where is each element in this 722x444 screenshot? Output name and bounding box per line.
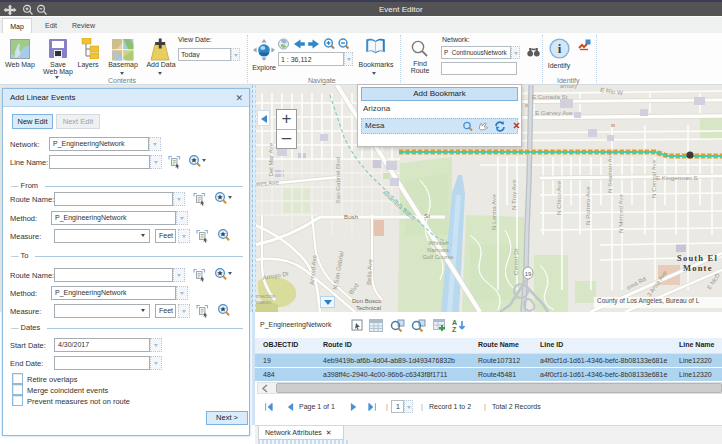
svg-text:N Merced Ave: N Merced Ave <box>617 194 624 233</box>
svg-text:Monte: Monte <box>683 263 713 273</box>
svg-text:E Kingerman S: E Kingerman S <box>656 174 698 181</box>
svg-text:Del Mar Ave: Del Mar Ave <box>267 142 274 176</box>
svg-text:i: i <box>558 41 562 56</box>
svg-text:N Chico Ave: N Chico Ave <box>555 181 562 215</box>
svg-text:St: St <box>424 212 430 219</box>
svg-text:Center Dr: Center Dr <box>512 248 519 275</box>
svg-text:Bella Ave: Bella Ave <box>365 258 373 285</box>
svg-text:N Lerma Ave: N Lerma Ave <box>490 194 497 230</box>
svg-text:N Seaman Ave: N Seaman Ave <box>606 151 613 193</box>
svg-text:19: 19 <box>525 271 532 277</box>
svg-text:Bush: Bush <box>344 213 359 220</box>
svg-text:N Potrero Ave: N Potrero Ave <box>584 186 591 225</box>
svg-text:Narrows: Narrows <box>427 247 449 253</box>
svg-text:A: A <box>452 319 457 326</box>
svg-text:South El: South El <box>677 253 718 263</box>
svg-text:Technical: Technical <box>356 305 381 311</box>
svg-text:armory: armory <box>560 85 577 89</box>
svg-text:Golf Course: Golf Course <box>423 254 454 260</box>
svg-text:Don Bosco: Don Bosco <box>352 298 382 304</box>
svg-text:N Troy Ave: N Troy Ave <box>510 179 517 210</box>
svg-text:E Garvey Ave: E Garvey Ave <box>535 109 573 116</box>
svg-text:Whittier: Whittier <box>428 240 448 246</box>
svg-text:Z: Z <box>452 326 457 332</box>
svg-text:San Gabriel Blvd: San Gabriel Blvd <box>334 156 341 203</box>
svg-text:E Cortada St: E Cortada St <box>532 93 568 100</box>
